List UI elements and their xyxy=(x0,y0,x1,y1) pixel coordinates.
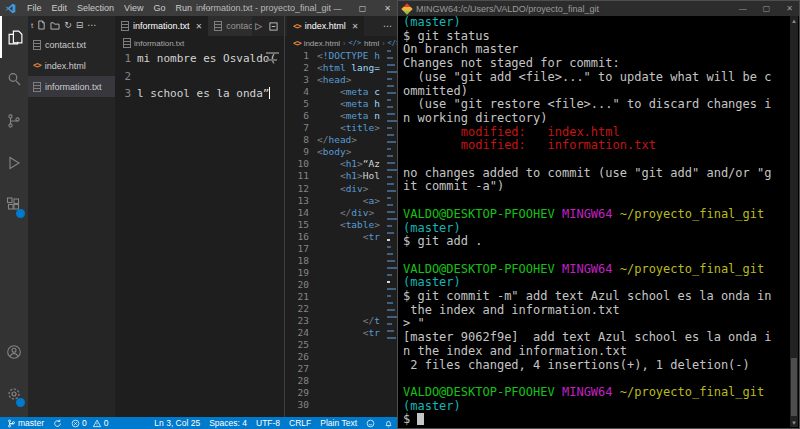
close-tab-icon[interactable]: ✕ xyxy=(196,22,203,31)
open-changes-icon[interactable] xyxy=(269,22,278,31)
tab-contact-txt[interactable]: contac xyxy=(208,16,252,36)
scroll-up-icon[interactable]: ▲ xyxy=(790,16,798,25)
code-line[interactable]: 20 xyxy=(285,279,400,291)
line-col-indicator[interactable]: Ln 3, Col 25 xyxy=(154,418,200,428)
run-file-icon[interactable]: ▷ xyxy=(255,21,262,31)
errors-warnings[interactable]: 0 0 xyxy=(71,418,108,428)
token xyxy=(317,315,363,326)
code-line[interactable]: 10 <h1>“Az xyxy=(285,158,400,170)
language-indicator[interactable]: Plain Text xyxy=(320,418,357,428)
editor2-breadcrumb[interactable]: <> index.html › </> html › </> body xyxy=(285,36,400,50)
code-line[interactable]: 29 xyxy=(285,387,400,399)
code-line[interactable]: 25 xyxy=(285,339,400,351)
refresh-explorer-icon[interactable]: ↻ xyxy=(64,20,72,30)
terminal-close-button[interactable]: ✕ xyxy=(786,4,793,13)
explorer-more-icon[interactable]: ⋯ xyxy=(87,20,96,30)
code-line[interactable]: 5 <meta h xyxy=(285,98,400,110)
code-line[interactable]: 9<body> xyxy=(285,146,400,158)
maximize-button[interactable]: ▢ xyxy=(350,0,375,16)
menu-file[interactable]: File xyxy=(22,3,47,13)
new-folder-icon[interactable] xyxy=(50,21,60,30)
code-line[interactable]: 3l school es la onda” xyxy=(115,85,284,103)
eol-indicator[interactable]: CRLF xyxy=(289,418,311,428)
terminal-scrollbar[interactable]: ▲ ▼ xyxy=(790,16,798,427)
notifications-bell-icon[interactable] xyxy=(384,419,393,428)
sync-icon[interactable] xyxy=(53,419,62,428)
terminal-line: (master) xyxy=(403,400,790,414)
line-number: 30 xyxy=(285,399,309,411)
code-line[interactable]: 8</head> xyxy=(285,134,400,146)
code-line[interactable]: 17 xyxy=(285,243,400,255)
code-line[interactable]: 15 <table> xyxy=(285,219,400,231)
editor2-more-icon[interactable]: ⋯ xyxy=(383,21,392,31)
editor1-breadcrumb[interactable]: information.txt xyxy=(115,36,284,50)
code-line[interactable]: 21 xyxy=(285,291,400,303)
extensions-icon[interactable] xyxy=(0,184,28,226)
code-line[interactable]: 14 </div> xyxy=(285,207,400,219)
token: > xyxy=(369,207,375,218)
file-item-index-html[interactable]: <>index.html xyxy=(28,55,115,76)
explorer-icon[interactable] xyxy=(0,16,28,58)
code-line[interactable]: 28 xyxy=(285,375,400,387)
menu-run[interactable]: Run xyxy=(170,3,197,13)
tab-index-html[interactable]: <> index.html ✕ xyxy=(287,16,364,36)
token: html xyxy=(323,62,346,73)
code-line[interactable]: 2 xyxy=(115,68,284,86)
collapse-folders-icon[interactable]: ⊟ xyxy=(76,20,84,30)
code-line[interactable]: 24 <tr xyxy=(285,327,400,339)
code-line[interactable]: 1mi nombre es Osvaldo( xyxy=(115,50,284,68)
file-item-information-txt[interactable]: information.txt xyxy=(28,76,115,97)
code-line[interactable]: 16 <tr xyxy=(285,231,400,243)
terminal-text: (master) xyxy=(403,275,461,289)
code-line[interactable]: 18 xyxy=(285,255,400,267)
file-item-contact-txt[interactable]: contact.txt xyxy=(28,34,115,55)
editor1-code-area[interactable]: 1mi nombre es Osvaldo(23l school es la o… xyxy=(115,50,284,417)
code-line[interactable]: 4 <meta c xyxy=(285,86,400,98)
code-line[interactable]: 30 xyxy=(285,399,400,411)
indent-indicator[interactable]: Spaces: 4 xyxy=(209,418,247,428)
code-line[interactable]: 12 <div> xyxy=(285,183,400,195)
feedback-icon[interactable] xyxy=(366,419,375,428)
scrollbar-thumb[interactable] xyxy=(791,358,797,416)
code-line[interactable]: 23 </t xyxy=(285,315,400,327)
settings-gear-icon[interactable] xyxy=(0,373,28,415)
code-line[interactable]: 11 <h1>Hol xyxy=(285,170,400,182)
terminal-output[interactable]: (master)$ git statusOn branch masterChan… xyxy=(399,16,790,427)
chevron-icon: › xyxy=(343,40,345,47)
code-line[interactable]: 13 <a> xyxy=(285,195,400,207)
line-number: 24 xyxy=(285,327,309,339)
code-line[interactable]: 22 xyxy=(285,303,400,315)
editor1-minimap[interactable] xyxy=(266,52,282,66)
scroll-down-icon[interactable]: ▼ xyxy=(790,418,798,427)
vscode-main: t ↻ ⊟ ⋯ contact.txt<>index.htmlinformati… xyxy=(0,16,400,417)
code-line[interactable]: 7 <title> xyxy=(285,122,400,134)
terminal-maximize-button[interactable]: ▢ xyxy=(763,4,771,13)
minimize-button[interactable]: — xyxy=(325,0,350,16)
tab-information-txt[interactable]: information.txt ✕ xyxy=(115,16,208,36)
branch-indicator[interactable]: master xyxy=(7,418,44,428)
menu-view[interactable]: View xyxy=(119,3,148,13)
code-line[interactable]: 26 xyxy=(285,351,400,363)
minimap-mark xyxy=(387,337,396,339)
code-line[interactable]: 27 xyxy=(285,363,400,375)
editor2-code-area[interactable]: 1<!DOCTYPE h2<html lang=3<head>4 <meta c… xyxy=(285,50,400,417)
terminal-minimize-button[interactable]: — xyxy=(739,4,747,13)
encoding-indicator[interactable]: UTF-8 xyxy=(256,418,280,428)
terminal-text: $ git commit -m" add text Azul school es… xyxy=(403,289,771,303)
menu-go[interactable]: Go xyxy=(148,3,170,13)
source-control-icon[interactable] xyxy=(0,100,28,142)
run-debug-icon[interactable] xyxy=(0,142,28,184)
line-text: <body> xyxy=(317,146,351,158)
account-icon[interactable] xyxy=(0,331,28,373)
terminal-text: it commit -a") xyxy=(403,179,504,193)
menu-selection[interactable]: Selection xyxy=(72,3,119,13)
code-line[interactable]: 3<head> xyxy=(285,74,400,86)
code-line[interactable]: 19 xyxy=(285,267,400,279)
code-line[interactable]: 1<!DOCTYPE h xyxy=(285,50,400,62)
close-tab-icon[interactable]: ✕ xyxy=(352,22,359,31)
code-line[interactable]: 2<html lang= xyxy=(285,62,400,74)
code-line[interactable]: 6 <meta n xyxy=(285,110,400,122)
menu-edit[interactable]: Edit xyxy=(47,3,73,13)
new-file-icon[interactable] xyxy=(37,20,46,30)
search-icon[interactable] xyxy=(0,58,28,100)
